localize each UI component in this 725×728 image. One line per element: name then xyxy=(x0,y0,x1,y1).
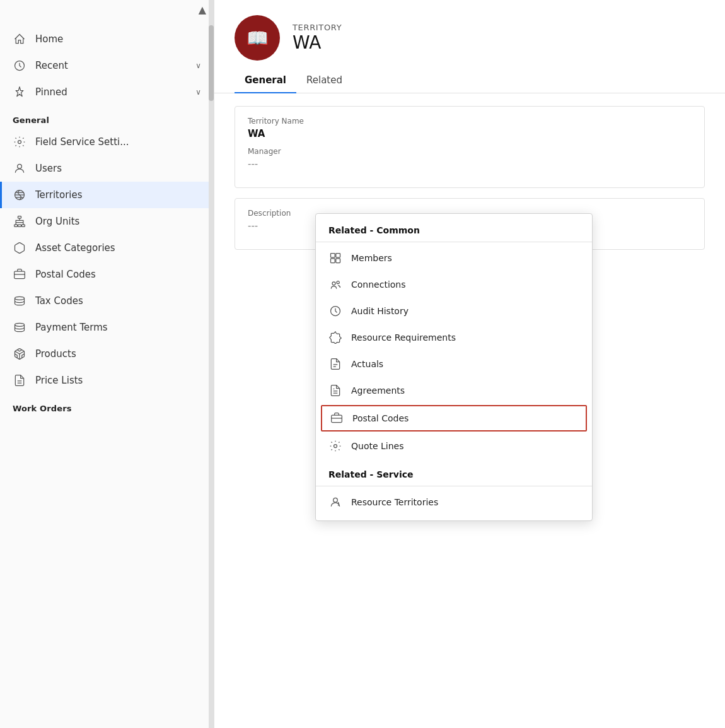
territory-name-value: WA xyxy=(248,128,692,139)
products-icon xyxy=(13,347,26,361)
sidebar-item-tax-codes-label: Tax Codes xyxy=(35,295,83,307)
actuals-icon xyxy=(328,357,342,371)
sidebar: ▲ Home Recent ∨ Pinned ∨ General xyxy=(0,0,214,728)
record-avatar: 📖 xyxy=(235,15,280,61)
dropdown-section-common-header: Related - Common xyxy=(316,219,592,239)
svg-point-18 xyxy=(332,282,335,285)
sidebar-section-general: General xyxy=(0,105,214,129)
dropdown-item-resource-requirements[interactable]: Resource Requirements xyxy=(316,324,592,351)
svg-rect-6 xyxy=(18,225,21,226)
sidebar-item-payment-terms-label: Payment Terms xyxy=(35,322,108,333)
svg-rect-14 xyxy=(331,254,335,258)
payment-terms-icon xyxy=(13,320,26,334)
pin-icon xyxy=(13,85,26,99)
sidebar-item-products-label: Products xyxy=(35,348,76,360)
dropdown-item-audit-history-label: Audit History xyxy=(351,306,409,316)
sidebar-item-postal-codes-label: Postal Codes xyxy=(35,269,96,280)
sidebar-item-recent-label: Recent xyxy=(35,60,68,71)
svg-rect-7 xyxy=(21,225,25,226)
svg-rect-8 xyxy=(14,271,25,279)
svg-point-9 xyxy=(15,296,25,300)
agreements-icon xyxy=(328,384,342,397)
dropdown-item-postal-codes[interactable]: Postal Codes xyxy=(321,405,587,432)
dropdown-item-members[interactable]: Members xyxy=(316,245,592,271)
home-icon xyxy=(13,32,26,46)
dropdown-item-actuals[interactable]: Actuals xyxy=(316,351,592,377)
connections-icon xyxy=(328,278,342,291)
postal-codes-icon xyxy=(13,267,26,281)
svg-rect-5 xyxy=(14,225,18,226)
sidebar-item-price-lists[interactable]: Price Lists xyxy=(0,367,214,394)
resource-territories-icon xyxy=(328,495,342,509)
sidebar-section-work-orders: Work Orders xyxy=(0,394,214,417)
sidebar-item-price-lists-label: Price Lists xyxy=(35,375,83,386)
sidebar-item-home[interactable]: Home xyxy=(0,26,214,52)
svg-rect-17 xyxy=(336,259,340,263)
sidebar-item-territories-label: Territories xyxy=(35,189,83,201)
manager-field: Manager --- xyxy=(248,147,692,170)
sidebar-scroll-area: Home Recent ∨ Pinned ∨ General Field Ser… xyxy=(0,18,214,728)
tab-general[interactable]: General xyxy=(235,68,296,93)
svg-point-1 xyxy=(18,141,21,144)
tab-related[interactable]: Related xyxy=(296,68,352,93)
tax-codes-icon xyxy=(13,294,26,308)
svg-point-19 xyxy=(337,281,339,284)
pinned-chevron: ∨ xyxy=(195,88,201,97)
sidebar-item-asset-categories[interactable]: Asset Categories xyxy=(0,235,214,261)
dropdown-section-service-header: Related - Service xyxy=(316,463,592,483)
sidebar-item-org-units[interactable]: Org Units xyxy=(0,208,214,235)
svg-point-10 xyxy=(15,323,25,326)
svg-point-2 xyxy=(18,164,22,168)
sidebar-item-postal-codes[interactable]: Postal Codes xyxy=(0,261,214,288)
manager-label: Manager xyxy=(248,147,692,156)
dropdown-item-resource-territories-label: Resource Territories xyxy=(351,497,438,507)
tabs-bar: General Related xyxy=(214,68,725,93)
dropdown-item-agreements-label: Agreements xyxy=(351,385,405,396)
svg-point-28 xyxy=(334,498,338,502)
form-section-territory: Territory Name WA Manager --- xyxy=(235,106,705,188)
sidebar-item-home-label: Home xyxy=(35,33,63,45)
dropdown-item-actuals-label: Actuals xyxy=(351,359,383,369)
territory-name-label: Territory Name xyxy=(248,117,692,126)
recent-chevron: ∨ xyxy=(195,61,201,70)
sidebar-item-users[interactable]: Users xyxy=(0,155,214,182)
sidebar-scrollbar[interactable] xyxy=(209,0,214,728)
manager-value: --- xyxy=(248,158,692,170)
form-area: Territory Name WA Manager --- Descriptio… xyxy=(214,93,725,728)
sidebar-item-recent[interactable]: Recent ∨ xyxy=(0,52,214,79)
svg-rect-26 xyxy=(332,415,342,423)
sidebar-item-field-service[interactable]: Field Service Setti... xyxy=(0,129,214,155)
avatar-icon: 📖 xyxy=(246,28,269,49)
record-title-group: TERRITORY WA xyxy=(293,23,342,53)
hierarchy-icon xyxy=(13,214,26,228)
territory-name-field: Territory Name WA xyxy=(248,117,692,139)
manager-row: Manager --- xyxy=(248,147,692,170)
sidebar-collapse-button[interactable]: ▲ xyxy=(0,0,214,18)
price-lists-icon xyxy=(13,373,26,387)
related-dropdown: Related - Common Members Connections xyxy=(315,213,593,521)
dropdown-divider-2 xyxy=(316,486,592,486)
audit-history-icon xyxy=(328,304,342,318)
sidebar-item-asset-categories-label: Asset Categories xyxy=(35,242,115,254)
sidebar-item-pinned[interactable]: Pinned ∨ xyxy=(0,79,214,105)
dropdown-item-connections[interactable]: Connections xyxy=(316,271,592,298)
dropdown-item-resource-requirements-label: Resource Requirements xyxy=(351,332,456,343)
sidebar-item-products[interactable]: Products xyxy=(0,341,214,367)
dropdown-item-agreements[interactable]: Agreements xyxy=(316,377,592,404)
collapse-icon: ▲ xyxy=(199,4,206,16)
sidebar-item-payment-terms[interactable]: Payment Terms xyxy=(0,314,214,341)
members-icon xyxy=(328,251,342,265)
record-entity-type: TERRITORY xyxy=(293,23,342,32)
dropdown-item-quote-lines[interactable]: Quote Lines xyxy=(316,433,592,459)
dropdown-item-resource-territories[interactable]: Resource Territories xyxy=(316,489,592,515)
user-icon xyxy=(13,161,26,175)
svg-rect-4 xyxy=(18,216,21,218)
clock-icon xyxy=(13,59,26,73)
sidebar-item-org-units-label: Org Units xyxy=(35,216,79,227)
sidebar-item-tax-codes[interactable]: Tax Codes xyxy=(0,288,214,314)
dropdown-item-audit-history[interactable]: Audit History xyxy=(316,298,592,324)
globe-icon xyxy=(13,188,26,202)
postal-codes-dropdown-icon xyxy=(330,411,344,425)
sidebar-item-territories[interactable]: Territories xyxy=(0,182,214,208)
gear-icon xyxy=(13,135,26,149)
